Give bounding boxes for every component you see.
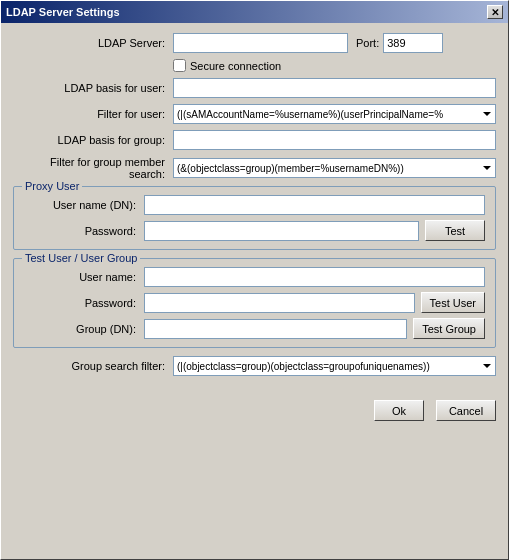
filter-user-select[interactable]: (|(sAMAccountName=%username%)(userPrinci…: [173, 104, 496, 124]
window-title: LDAP Server Settings: [6, 6, 120, 18]
proxy-username-input[interactable]: [144, 195, 485, 215]
filter-group-row: Filter for group member search: (&(objec…: [13, 156, 496, 180]
test-user-group-section: Test User / User Group User name: Passwo…: [13, 258, 496, 348]
proxy-password-row: Password: Test: [24, 220, 485, 241]
close-button[interactable]: ✕: [487, 5, 503, 19]
test-password-input[interactable]: [144, 293, 415, 313]
ldap-server-row: LDAP Server: Port:: [13, 33, 496, 53]
secure-connection-label: Secure connection: [190, 60, 281, 72]
ldap-basis-user-label: LDAP basis for user:: [13, 82, 173, 94]
test-username-input[interactable]: [144, 267, 485, 287]
main-window: LDAP Server Settings ✕ LDAP Server: Port…: [0, 0, 509, 560]
proxy-user-section: Proxy User User name (DN): Password: Tes…: [13, 186, 496, 250]
proxy-password-label: Password:: [24, 225, 144, 237]
ldap-server-label: LDAP Server:: [13, 37, 173, 49]
filter-group-label: Filter for group member search:: [13, 156, 173, 180]
proxy-user-legend: Proxy User: [22, 180, 82, 192]
ldap-basis-user-row: LDAP basis for user:: [13, 78, 496, 98]
test-user-group-legend: Test User / User Group: [22, 252, 140, 264]
filter-user-row: Filter for user: (|(sAMAccountName=%user…: [13, 104, 496, 124]
test-group-input[interactable]: [144, 319, 407, 339]
port-label: Port:: [356, 37, 379, 49]
ldap-basis-user-input[interactable]: [173, 78, 496, 98]
test-group-button[interactable]: Test Group: [413, 318, 485, 339]
ldap-basis-group-input[interactable]: [173, 130, 496, 150]
filter-user-container: (|(sAMAccountName=%username%)(userPrinci…: [173, 104, 496, 124]
ldap-server-input[interactable]: [173, 33, 348, 53]
ok-button[interactable]: Ok: [374, 400, 424, 421]
test-password-label: Password:: [24, 297, 144, 309]
group-search-filter-select[interactable]: (|(objectclass=group)(objectclass=groupo…: [173, 356, 496, 376]
form-content: LDAP Server: Port: Secure connection LDA…: [1, 23, 508, 392]
proxy-password-input[interactable]: [144, 221, 419, 241]
group-search-filter-label: Group search filter:: [13, 360, 173, 372]
bottom-bar: Ok Cancel: [1, 392, 508, 431]
proxy-username-row: User name (DN):: [24, 195, 485, 215]
titlebar: LDAP Server Settings ✕: [1, 1, 508, 23]
proxy-username-label: User name (DN):: [24, 199, 144, 211]
cancel-button[interactable]: Cancel: [436, 400, 496, 421]
secure-connection-checkbox[interactable]: [173, 59, 186, 72]
secure-connection-row: Secure connection: [13, 59, 496, 72]
group-search-filter-container: (|(objectclass=group)(objectclass=groupo…: [173, 356, 496, 376]
test-group-label: Group (DN):: [24, 323, 144, 335]
test-user-button[interactable]: Test User: [421, 292, 485, 313]
filter-group-container: (&(objectclass=group)(member=%usernameDN…: [173, 158, 496, 178]
test-button[interactable]: Test: [425, 220, 485, 241]
port-input[interactable]: [383, 33, 443, 53]
test-password-row: Password: Test User: [24, 292, 485, 313]
test-group-row: Group (DN): Test Group: [24, 318, 485, 339]
test-username-label: User name:: [24, 271, 144, 283]
ldap-basis-group-row: LDAP basis for group:: [13, 130, 496, 150]
filter-user-label: Filter for user:: [13, 108, 173, 120]
test-username-row: User name:: [24, 267, 485, 287]
ldap-basis-group-label: LDAP basis for group:: [13, 134, 173, 146]
filter-group-select[interactable]: (&(objectclass=group)(member=%usernameDN…: [173, 158, 496, 178]
group-search-filter-row: Group search filter: (|(objectclass=grou…: [13, 356, 496, 376]
